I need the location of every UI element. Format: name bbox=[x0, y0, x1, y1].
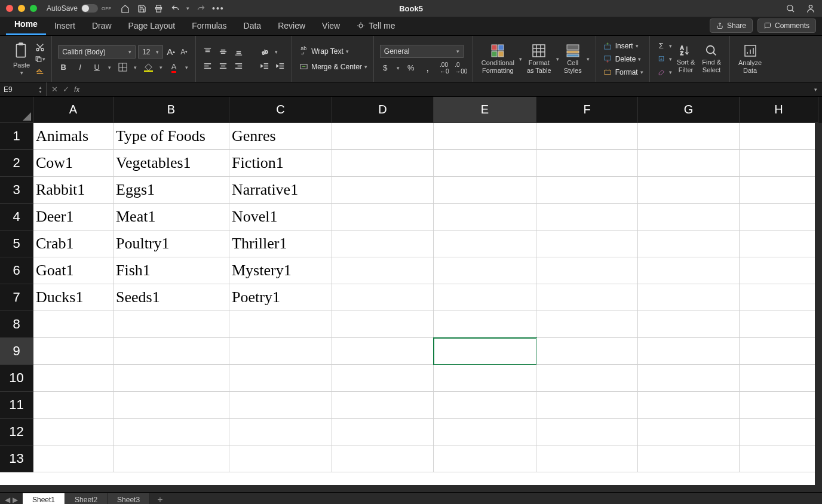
row-header-2[interactable]: 2 bbox=[0, 150, 33, 177]
cell-B4[interactable]: Meat1 bbox=[114, 204, 229, 231]
align-top-icon[interactable] bbox=[202, 47, 213, 57]
cell-C12[interactable] bbox=[229, 419, 332, 445]
tab-review[interactable]: Review bbox=[269, 17, 314, 35]
cell-B3[interactable]: Eggs1 bbox=[114, 177, 229, 204]
cell-A6[interactable]: Goat1 bbox=[33, 257, 114, 284]
cell-B8[interactable] bbox=[114, 311, 229, 338]
cell-D12[interactable] bbox=[332, 419, 434, 445]
underline-icon[interactable]: U bbox=[91, 62, 102, 73]
row-header-6[interactable]: 6 bbox=[0, 257, 33, 284]
column-header-E[interactable]: E bbox=[434, 97, 536, 123]
cell-D6[interactable] bbox=[332, 257, 434, 284]
cell-F6[interactable] bbox=[536, 257, 638, 284]
cell-D8[interactable] bbox=[332, 311, 434, 338]
wrap-text-button[interactable]: ab⤶ Wrap Text▾ bbox=[298, 46, 349, 57]
cell-G7[interactable] bbox=[638, 284, 740, 311]
row-header-3[interactable]: 3 bbox=[0, 177, 33, 204]
cell-G3[interactable] bbox=[638, 177, 740, 204]
cell-B13[interactable] bbox=[114, 445, 229, 472]
cell-H1[interactable] bbox=[740, 123, 818, 150]
cell-B2[interactable]: Vegetables1 bbox=[114, 150, 229, 177]
cell-C9[interactable] bbox=[229, 338, 332, 365]
cell-B9[interactable] bbox=[114, 338, 229, 365]
name-box[interactable]: E9▲▼ bbox=[0, 82, 47, 96]
cell-H7[interactable] bbox=[740, 284, 818, 311]
maximize-window-icon[interactable] bbox=[30, 5, 37, 12]
cell-G12[interactable] bbox=[638, 419, 740, 445]
row-header-11[interactable]: 11 bbox=[0, 392, 33, 419]
cell-F10[interactable] bbox=[536, 365, 638, 392]
cell-E11[interactable] bbox=[434, 392, 536, 419]
increase-font-icon[interactable]: A▴ bbox=[165, 47, 176, 57]
fx-icon[interactable]: fx bbox=[74, 85, 79, 94]
cell-H2[interactable] bbox=[740, 150, 818, 177]
account-icon[interactable] bbox=[805, 3, 816, 14]
cell-A9[interactable] bbox=[33, 338, 114, 365]
cell-H3[interactable] bbox=[740, 177, 818, 204]
row-header-12[interactable]: 12 bbox=[0, 419, 33, 445]
cell-G6[interactable] bbox=[638, 257, 740, 284]
redo-icon[interactable] bbox=[195, 3, 206, 14]
align-bottom-icon[interactable] bbox=[233, 47, 244, 57]
cell-H6[interactable] bbox=[740, 257, 818, 284]
toggle-switch-icon[interactable] bbox=[81, 4, 98, 13]
format-button[interactable]: Format▾ bbox=[602, 67, 643, 78]
cell-E8[interactable] bbox=[434, 311, 536, 338]
cell-E13[interactable] bbox=[434, 445, 536, 472]
cell-D10[interactable] bbox=[332, 365, 434, 392]
cell-C11[interactable] bbox=[229, 392, 332, 419]
row-header-13[interactable]: 13 bbox=[0, 445, 33, 472]
cell-G5[interactable] bbox=[638, 231, 740, 257]
cell-C8[interactable] bbox=[229, 311, 332, 338]
column-header-B[interactable]: B bbox=[114, 97, 229, 123]
cell-G1[interactable] bbox=[638, 123, 740, 150]
cell-H13[interactable] bbox=[740, 445, 818, 472]
cell-D2[interactable] bbox=[332, 150, 434, 177]
cell-E7[interactable] bbox=[434, 284, 536, 311]
bold-icon[interactable]: B bbox=[58, 62, 69, 73]
italic-icon[interactable]: I bbox=[75, 62, 85, 73]
row-header-4[interactable]: 4 bbox=[0, 204, 33, 231]
cell-A3[interactable]: Rabbit1 bbox=[33, 177, 114, 204]
cell-D5[interactable] bbox=[332, 231, 434, 257]
cell-A10[interactable] bbox=[33, 365, 114, 392]
cell-C6[interactable]: Mystery1 bbox=[229, 257, 332, 284]
cell-E10[interactable] bbox=[434, 365, 536, 392]
format-painter-icon[interactable] bbox=[35, 66, 45, 76]
undo-dropdown-icon[interactable]: ▾ bbox=[186, 5, 189, 11]
format-as-table-button[interactable]: Format as Table bbox=[525, 42, 554, 75]
decrease-decimal-icon[interactable]: .0→00 bbox=[456, 63, 467, 73]
cell-B12[interactable] bbox=[114, 419, 229, 445]
cell-E4[interactable] bbox=[434, 204, 536, 231]
row-header-1[interactable]: 1 bbox=[0, 123, 33, 150]
sheet-tab-sheet2[interactable]: Sheet2 bbox=[65, 493, 108, 505]
cell-F3[interactable] bbox=[536, 177, 638, 204]
tab-formulas[interactable]: Formulas bbox=[183, 17, 235, 35]
cancel-formula-icon[interactable]: ✕ bbox=[51, 85, 58, 94]
vertical-scrollbar[interactable] bbox=[815, 123, 822, 485]
font-name-select[interactable]: Calibri (Body)▾ bbox=[58, 45, 136, 59]
cell-F7[interactable] bbox=[536, 284, 638, 311]
cell-A5[interactable]: Crab1 bbox=[33, 231, 114, 257]
column-header-D[interactable]: D bbox=[332, 97, 434, 123]
cell-B6[interactable]: Fish1 bbox=[114, 257, 229, 284]
cell-H9[interactable] bbox=[740, 338, 818, 365]
cell-G2[interactable] bbox=[638, 150, 740, 177]
cell-B1[interactable]: Type of Foods bbox=[114, 123, 229, 150]
cell-E1[interactable] bbox=[434, 123, 536, 150]
row-header-8[interactable]: 8 bbox=[0, 311, 33, 338]
align-right-icon[interactable] bbox=[233, 61, 244, 72]
cell-E5[interactable] bbox=[434, 231, 536, 257]
increase-decimal-icon[interactable]: .00←0 bbox=[439, 63, 450, 73]
currency-icon[interactable]: $ bbox=[380, 63, 391, 73]
cell-F1[interactable] bbox=[536, 123, 638, 150]
cell-E12[interactable] bbox=[434, 419, 536, 445]
cell-F4[interactable] bbox=[536, 204, 638, 231]
minimize-window-icon[interactable] bbox=[18, 5, 25, 12]
cell-B11[interactable] bbox=[114, 392, 229, 419]
overflow-icon[interactable]: ••• bbox=[212, 4, 225, 13]
decrease-indent-icon[interactable] bbox=[259, 61, 270, 72]
cell-C3[interactable]: Narrative1 bbox=[229, 177, 332, 204]
analyze-data-button[interactable]: Analyze Data bbox=[736, 42, 764, 75]
cell-F5[interactable] bbox=[536, 231, 638, 257]
